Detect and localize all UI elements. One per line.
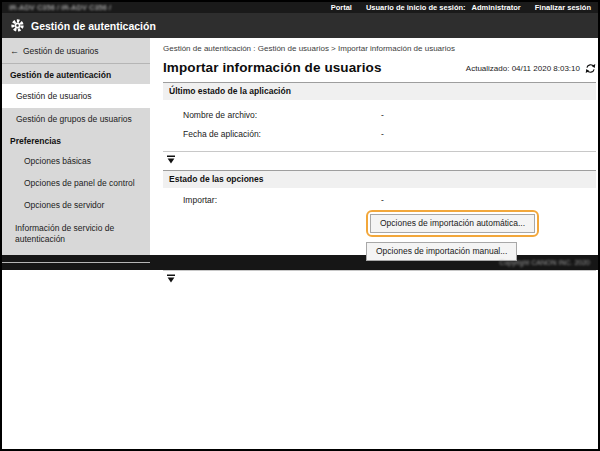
app-bar: Gestión de autenticación [2,13,598,38]
highlight-ring: Opciones de importación automática... [366,210,539,237]
refresh-icon[interactable] [585,63,596,74]
row-label: Fecha de aplicación: [163,129,373,139]
row-value: - [373,129,596,139]
portal-link[interactable]: Portal [331,3,352,12]
copyright-redacted: Copyright CANON INC. 2020 [499,259,590,266]
row-application-date: Fecha de aplicación: - [163,124,596,143]
main-content: Gestión de autenticación : Gestión de us… [150,38,598,255]
sidebar-item-auth-service-info[interactable]: Información de servicio de autenticación [2,216,150,252]
divider [163,270,596,271]
login-user-label: Usuario de inicio de sesión: [366,3,466,12]
sidebar-header-preferences: Preferencias [2,130,150,150]
logout-link[interactable]: Finalizar sesión [535,3,591,12]
breadcrumb: Gestión de autenticación : Gestión de us… [163,44,596,53]
top-bar: iR-ADV C356 / iR-ADV C356 / Portal Usuar… [2,2,598,13]
sidebar-item-server-settings[interactable]: Opciones de servidor [2,194,150,216]
empty-area [2,270,598,449]
gear-icon [10,18,25,33]
auto-import-settings-button[interactable]: Opciones de importación automática... [370,214,535,233]
row-import: Importar: - [163,188,596,209]
sidebar-item-control-panel-settings[interactable]: Opciones de panel de control [2,172,150,194]
section-header-settings-status: Estado de las opciones [163,170,596,188]
page-title: Importar información de usuarios [163,60,466,75]
sidebar-item-user-management[interactable]: Gestión de usuarios [2,84,150,108]
row-value: - [373,195,596,205]
sidebar-header-authentication: Gestión de autenticación [2,64,150,84]
device-name-redacted: iR-ADV C356 / iR-ADV C356 / [9,3,111,12]
sidebar-back-user-management[interactable]: ← Gestión de usuarios [2,38,150,64]
row-file-name: Nombre de archivo: - [163,105,596,124]
back-arrow-icon: ← [10,47,19,56]
row-value: - [373,110,596,120]
row-label: Importar: [163,195,373,205]
screen: iR-ADV C356 / iR-ADV C356 / Portal Usuar… [0,0,600,451]
back-to-top-icon[interactable] [167,155,175,164]
sidebar-item-user-group-management[interactable]: Gestión de grupos de usuarios [2,108,150,130]
sidebar-item-basic-settings[interactable]: Opciones básicas [2,150,150,172]
breadcrumb-link-user-management[interactable]: Gestión de usuarios [258,44,329,53]
app-title: Gestión de autenticación [31,20,156,32]
updated-timestamp: Actualizado: 04/11 2020 8:03:10 [466,64,580,73]
sidebar-divider [2,262,150,263]
section-header-last-application-status: Último estado de la aplicación [163,82,596,100]
divider [163,151,596,152]
row-label: Nombre de archivo: [163,110,373,120]
login-user-value: Administrator [472,3,521,12]
sidebar: ← Gestión de usuarios Gestión de autenti… [2,38,150,255]
back-to-top-icon[interactable] [167,274,175,283]
manual-import-settings-button[interactable]: Opciones de importación manual... [366,242,517,261]
